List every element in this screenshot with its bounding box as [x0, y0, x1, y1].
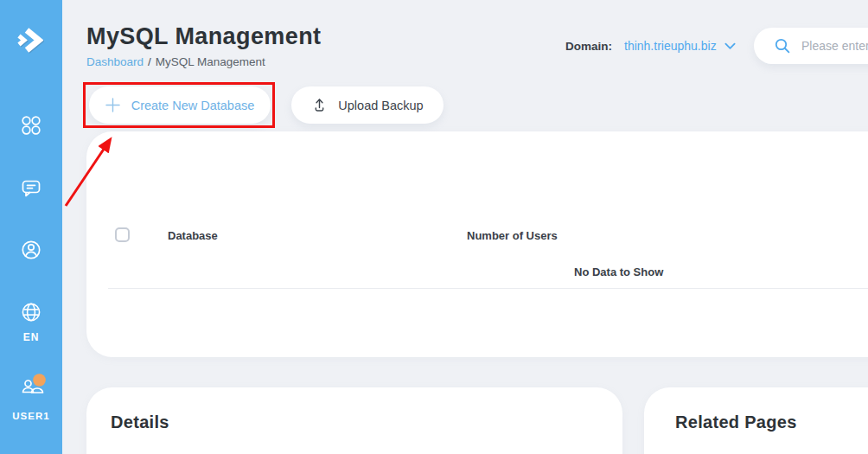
related-pages-card: Related Pages: [644, 387, 868, 454]
chat-bubble-icon: [20, 176, 42, 199]
breadcrumb-separator: /: [148, 55, 151, 68]
sidebar-item-dashboard[interactable]: [20, 114, 42, 137]
language-label: EN: [0, 331, 62, 343]
empty-state-message: No Data to Show: [574, 265, 663, 278]
related-pages-card-title: Related Pages: [675, 412, 797, 432]
domain-selector: Domain: thinh.trieuphu.biz: [565, 39, 736, 53]
app-logo-icon[interactable]: [16, 26, 43, 54]
domain-label: Domain:: [565, 40, 612, 53]
details-card: Details: [86, 387, 622, 454]
column-header-database: Database: [168, 229, 218, 242]
create-new-database-button[interactable]: Create New Database: [89, 86, 271, 124]
mysql-management-screen: EN USER1 MySQL Management Dashboard/MySQ…: [0, 0, 868, 454]
select-all-checkbox[interactable]: [115, 227, 130, 242]
users-icon: [16, 370, 46, 396]
username-label: USER1: [0, 411, 62, 421]
sidebar-item-messages[interactable]: [20, 176, 42, 199]
domain-value-dropdown[interactable]: thinh.trieuphu.biz: [624, 39, 717, 53]
table-divider: [108, 288, 868, 289]
user-account-icon: [20, 239, 42, 261]
breadcrumb: Dashboard/MySQL Management: [86, 55, 265, 68]
apps-grid-icon: [20, 114, 42, 137]
sidebar-item-account[interactable]: [20, 239, 42, 261]
breadcrumb-current: MySQL Management: [156, 55, 265, 68]
plus-icon: [105, 98, 120, 112]
create-new-database-label: Create New Database: [131, 99, 255, 112]
upload-backup-label: Upload Backup: [338, 99, 423, 112]
search-input[interactable]: [801, 39, 868, 53]
globe-icon: [20, 301, 42, 323]
search-icon: [775, 38, 790, 54]
search-box[interactable]: [754, 28, 868, 64]
database-table-card: Database Number of Users No Data to Show: [86, 131, 868, 357]
upload-icon: [311, 97, 328, 113]
chevron-down-icon[interactable]: [724, 42, 736, 50]
column-header-number-of-users: Number of Users: [467, 229, 558, 242]
upload-backup-button[interactable]: Upload Backup: [291, 86, 444, 124]
sidebar: EN USER1: [0, 0, 62, 454]
breadcrumb-link-dashboard[interactable]: Dashboard: [86, 55, 144, 68]
details-card-title: Details: [111, 412, 169, 432]
user-status-badge: [33, 374, 46, 387]
page-title: MySQL Management: [86, 23, 321, 50]
